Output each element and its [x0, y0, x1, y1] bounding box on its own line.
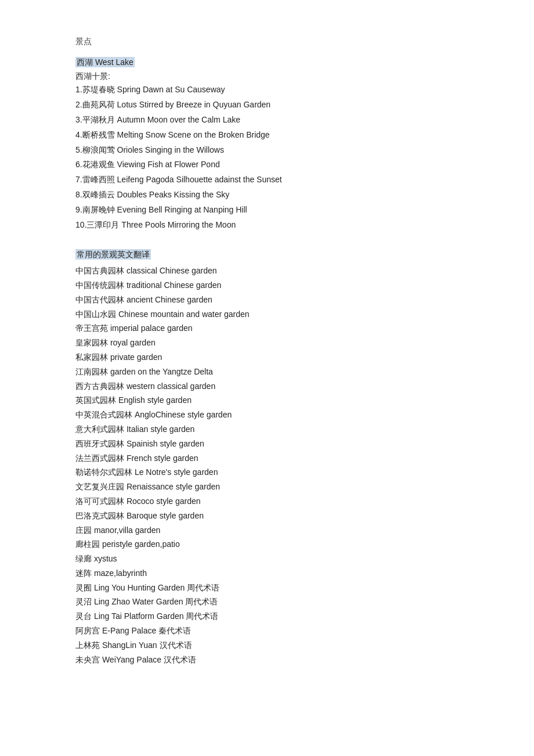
westlake-items-list: 1.苏堤春晓 Spring Dawn at Su Causeway2.曲苑风荷 …	[75, 83, 459, 232]
translation-line-item: 西班牙式园林 Spainish style garden	[75, 437, 459, 451]
translation-line-item: 灵囿 Ling You Hunting Garden 周代术语	[75, 581, 459, 595]
translation-line-item: 意大利式园林 Italian style garden	[75, 423, 459, 437]
westlake-list-item: 6.花港观鱼 Viewing Fish at Flower Pond	[75, 158, 459, 172]
translation-line-item: 迷阵 maze,labyrinth	[75, 567, 459, 581]
westlake-list-item: 3.平湖秋月 Autumn Moon over the Calm Lake	[75, 113, 459, 127]
translation-line-item: 中国古代园林 ancient Chinese garden	[75, 293, 459, 307]
translation-line-item: 私家园林 private garden	[75, 351, 459, 365]
translation-line-item: 中国传统园林 traditional Chinese garden	[75, 279, 459, 293]
westlake-list-item: 1.苏堤春晓 Spring Dawn at Su Causeway	[75, 83, 459, 97]
westlake-label: 西湖 West Lake	[75, 56, 459, 70]
westlake-block: 西湖 West Lake 西湖十景: 1.苏堤春晓 Spring Dawn at…	[75, 56, 459, 232]
westlake-list-item: 8.双峰插云 Doubles Peaks Kissing the Sky	[75, 188, 459, 202]
westlake-list-item: 9.南屏晚钟 Evening Bell Ringing at Nanping H…	[75, 203, 459, 217]
translation-line-item: 中英混合式园林 AngloChinese style garden	[75, 408, 459, 422]
translation-line-item: 文艺复兴庄园 Renaissance style garden	[75, 480, 459, 494]
translation-line-item: 巴洛克式园林 Baroque style garden	[75, 509, 459, 523]
translation-line-item: 中国山水园 Chinese mountain and water garden	[75, 308, 459, 322]
translation-line-item: 绿廊 xystus	[75, 552, 459, 566]
translation-line-item: 江南园林 garden on the Yangtze Delta	[75, 365, 459, 379]
translation-line-item: 皇家园林 royal garden	[75, 336, 459, 350]
westlake-list-item: 5.柳浪闻莺 Orioles Singing in the Willows	[75, 143, 459, 157]
page-container: 景点 西湖 West Lake 西湖十景: 1.苏堤春晓 Spring Dawn…	[75, 35, 459, 667]
translation-line-item: 洛可可式园林 Rococo style garden	[75, 495, 459, 509]
translation-line-item: 庄园 manor,villa garden	[75, 524, 459, 538]
translation-line-item: 英国式园林 English style garden	[75, 394, 459, 408]
westlake-list-item: 2.曲苑风荷 Lotus Stirred by Breeze in Quyuan…	[75, 98, 459, 112]
translation-line-item: 未央宫 WeiYang Palace 汉代术语	[75, 653, 459, 667]
westlake-list-item: 7.雷峰西照 Leifeng Pagoda Silhouette adainst…	[75, 173, 459, 187]
translation-line-item: 中国古典园林 classical Chinese garden	[75, 264, 459, 278]
translations-title-line: 常用的景观英文翻译	[75, 248, 459, 262]
section-translations: 常用的景观英文翻译 中国古典园林 classical Chinese garde…	[75, 248, 459, 667]
section-attractions: 景点 西湖 West Lake 西湖十景: 1.苏堤春晓 Spring Dawn…	[75, 35, 459, 232]
westlake-list-item: 10.三潭印月 Three Pools Mirroring the Moon	[75, 218, 459, 232]
translation-line-item: 帝王宫苑 imperial palace garden	[75, 322, 459, 336]
translation-line-item: 法兰西式园林 French style garden	[75, 452, 459, 466]
translation-line-item: 廊柱园 peristyle garden,patio	[75, 538, 459, 552]
translation-line-item: 西方古典园林 western classical garden	[75, 380, 459, 394]
translations-title: 常用的景观英文翻译	[75, 249, 151, 260]
translation-line-item: 阿房宫 E-Pang Palace 秦代术语	[75, 624, 459, 638]
westlake-list-item: 4.断桥残雪 Melting Snow Scene on the Broken …	[75, 128, 459, 142]
westlake-sublabel: 西湖十景:	[75, 70, 459, 84]
translation-line-item: 灵台 Ling Tai Platform Garden 周代术语	[75, 610, 459, 624]
translation-line-item: 上林苑 ShangLin Yuan 汉代术语	[75, 639, 459, 653]
section-title: 景点	[75, 35, 459, 49]
translations-list: 中国古典园林 classical Chinese garden中国传统园林 tr…	[75, 264, 459, 667]
westlake-highlight: 西湖 West Lake	[75, 57, 135, 67]
translation-line-item: 勒诺特尔式园林 Le Notre's style garden	[75, 466, 459, 480]
translation-line-item: 灵沼 Ling Zhao Water Garden 周代术语	[75, 595, 459, 609]
